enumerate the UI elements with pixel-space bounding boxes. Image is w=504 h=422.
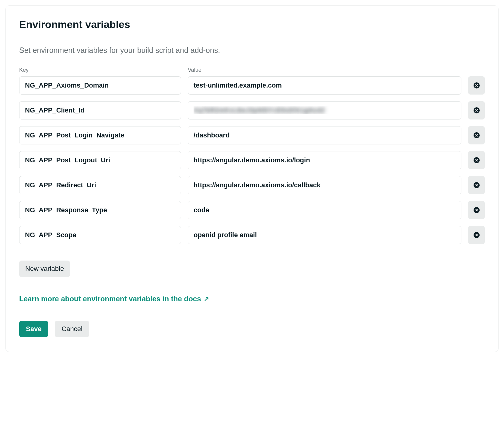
env-var-key-input[interactable]: [19, 151, 181, 169]
key-column-label: Key: [19, 67, 181, 73]
env-var-row: [19, 151, 485, 169]
close-circle-icon: [474, 157, 480, 163]
delete-variable-button[interactable]: [468, 201, 485, 219]
delete-variable-button[interactable]: [468, 226, 485, 244]
value-column-label: Value: [188, 67, 485, 73]
env-var-value-input[interactable]: [188, 151, 461, 169]
close-circle-icon: [474, 207, 480, 213]
env-var-value-input[interactable]: [188, 101, 461, 119]
env-var-row: [19, 126, 485, 144]
env-var-key-input[interactable]: [19, 101, 181, 119]
env-var-key-input[interactable]: [19, 126, 181, 144]
env-var-value-input[interactable]: [188, 126, 461, 144]
docs-link-label: Learn more about environment variables i…: [19, 295, 201, 303]
save-button[interactable]: Save: [19, 321, 48, 337]
section-description: Set environment variables for your build…: [19, 46, 485, 55]
close-circle-icon: [474, 82, 480, 88]
env-var-rows: [19, 76, 485, 244]
env-var-row: [19, 101, 485, 119]
docs-link[interactable]: Learn more about environment variables i…: [19, 295, 209, 303]
env-var-key-input[interactable]: [19, 76, 181, 95]
delete-variable-button[interactable]: [468, 176, 485, 194]
env-vars-card: Environment variables Set environment va…: [5, 5, 499, 352]
close-circle-icon: [474, 232, 480, 238]
env-var-row: [19, 201, 485, 219]
section-title: Environment variables: [19, 19, 485, 36]
delete-variable-button[interactable]: [468, 126, 485, 144]
cancel-button[interactable]: Cancel: [55, 321, 89, 337]
env-var-value-input[interactable]: [188, 176, 461, 194]
form-actions: Save Cancel: [19, 321, 485, 337]
env-var-row: [19, 76, 485, 95]
env-var-key-input[interactable]: [19, 176, 181, 194]
new-variable-button[interactable]: New variable: [19, 261, 70, 277]
env-var-row: [19, 176, 485, 194]
external-link-icon: ↗: [204, 295, 209, 303]
env-var-row: [19, 226, 485, 244]
close-circle-icon: [474, 132, 480, 138]
column-headers: Key Value: [19, 67, 485, 73]
env-var-key-input[interactable]: [19, 226, 181, 244]
env-var-value-input[interactable]: [188, 226, 461, 244]
env-var-value-input[interactable]: [188, 76, 461, 95]
env-var-value-input[interactable]: [188, 201, 461, 219]
env-var-key-input[interactable]: [19, 201, 181, 219]
delete-variable-button[interactable]: [468, 151, 485, 169]
delete-variable-button[interactable]: [468, 101, 485, 119]
delete-variable-button[interactable]: [468, 76, 485, 95]
close-circle-icon: [474, 107, 480, 113]
close-circle-icon: [474, 182, 480, 188]
